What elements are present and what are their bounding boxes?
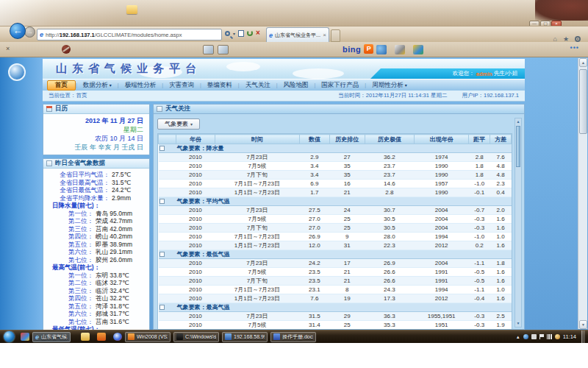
table-row[interactable]: 20101月1日～7月23日12.03122.320120.21.6 <box>159 241 512 250</box>
table-row[interactable]: 20107月5候31.42535.31951-0.31.9 <box>159 321 512 330</box>
rank-value[interactable]: 即墨 38.9mm <box>93 241 132 249</box>
explorer-folder-icon[interactable] <box>81 333 90 341</box>
element-filter-button[interactable]: 气象要素 ▾ <box>157 118 200 130</box>
rank-value[interactable]: 菏泽 31.8℃ <box>93 302 129 311</box>
table-row[interactable]: 20107月5候23.52126.61991-0.51.6 <box>159 268 512 277</box>
bing-rewards-icon[interactable]: P <box>364 44 373 54</box>
taskbar-ie-button[interactable]: e 山东省气候... <box>32 332 71 342</box>
app-icon[interactable] <box>97 333 106 341</box>
panel-scrollbar[interactable]: ▲ ▼ <box>514 118 522 328</box>
table-row[interactable]: 20107月1日～7月23日23.1824.31994-1.11.0 <box>159 286 512 294</box>
table-row[interactable]: 20107月23日24.21726.92004-1.11.8 <box>159 259 512 268</box>
media-player-icon[interactable] <box>113 333 122 341</box>
group-checkbox[interactable] <box>159 199 165 204</box>
scroll-up-icon[interactable]: ▲ <box>579 58 587 67</box>
network-icon[interactable] <box>547 334 552 339</box>
addon-card-icon[interactable] <box>203 45 214 54</box>
column-header[interactable]: 历史极值 <box>365 135 414 144</box>
quicklaunch-icon[interactable] <box>21 333 29 341</box>
toolbar-overflow-icon[interactable]: ••• <box>570 44 579 52</box>
group-row[interactable]: 气象要素：平均气温 <box>159 197 512 206</box>
screenshot-tool-icon[interactable] <box>395 45 405 54</box>
command-bar-close-icon[interactable]: × <box>6 45 10 52</box>
addon-card-icon[interactable] <box>218 45 229 54</box>
table-row[interactable]: 20107月下旬23.52126.61991-0.51.6 <box>159 277 512 286</box>
rank-value[interactable]: 莒南 31.6℃ <box>93 318 129 326</box>
search-dropdown-icon[interactable]: ▾ <box>233 31 235 36</box>
column-header[interactable]: 出现年份 <box>414 135 468 144</box>
tab-close-icon[interactable]: × <box>323 32 326 38</box>
rank-value[interactable]: 莒南 42.0mm <box>93 225 132 233</box>
start-button[interactable] <box>4 331 15 342</box>
table-row[interactable]: 20107月23日31.52936.31955,1951-0.32.5 <box>159 312 512 321</box>
group-row[interactable]: 气象要素：降水量 <box>159 144 512 153</box>
group-checkbox[interactable] <box>159 252 165 257</box>
taskbar-button-vm-window[interactable]: Win2008 (VS2... <box>125 332 171 342</box>
new-tab-button[interactable] <box>331 29 340 42</box>
share-tool-icon[interactable] <box>413 45 423 54</box>
browser-tab[interactable]: e 山东省气候业务平... × <box>266 27 329 43</box>
scroll-down-icon[interactable]: ▼ <box>579 320 587 329</box>
show-desktop-button[interactable] <box>581 330 585 344</box>
nav-item-disaster-query[interactable]: 灾害查询 <box>163 80 200 91</box>
gallery-icon[interactable] <box>376 45 387 54</box>
scrollbar-thumb[interactable] <box>579 69 587 134</box>
column-header[interactable]: 数值 <box>299 135 329 144</box>
nav-item-weather-watch[interactable]: 天气关注 <box>240 80 276 91</box>
tools-gear-icon[interactable] <box>575 36 581 42</box>
scroll-up-icon[interactable]: ▲ <box>515 118 521 125</box>
hidden-icons-chevron[interactable]: ▲ <box>516 335 520 339</box>
column-header[interactable]: 年份 <box>176 135 215 144</box>
rank-value[interactable]: 崂山 40.2mm <box>93 233 132 241</box>
blocked-content-icon[interactable] <box>62 45 71 54</box>
rank-value[interactable]: 青岛 95.0mm <box>93 210 132 218</box>
rank-value[interactable]: 东明 33.8℃ <box>93 272 129 280</box>
compatibility-view-icon[interactable] <box>238 30 244 37</box>
nav-item-national-products[interactable]: 国家下行产品 <box>315 80 365 91</box>
table-row[interactable]: 20107月下旬27.02530.52004-0.31.6 <box>159 224 512 233</box>
rank-value[interactable]: 苍山 32.2℃ <box>93 294 129 302</box>
search-icon[interactable] <box>225 31 230 36</box>
column-header[interactable]: 距平 <box>469 135 490 144</box>
table-row[interactable]: 20107月1日～7月23日6.91614.61957-1.02.3 <box>159 180 512 188</box>
column-header[interactable]: 历史排位 <box>329 135 365 144</box>
table-row[interactable]: 20101月1日～7月23日1.7212.81990-0.10.4 <box>159 188 512 197</box>
stop-icon[interactable]: × <box>256 29 260 37</box>
desktop-shortcut-icon[interactable] <box>126 5 137 14</box>
rank-value[interactable]: 胶州 26.0mm <box>93 256 132 264</box>
tray-ie-icon[interactable] <box>523 334 528 339</box>
rank-value[interactable]: 乳山 29.1mm <box>93 248 132 256</box>
rank-value[interactable]: 临沭 32.7℃ <box>93 279 129 287</box>
nav-item-compiled-data[interactable]: 整编资料 <box>201 80 238 91</box>
table-row[interactable]: 20101月1日～7月23日7.61917.32012-0.41.6 <box>159 294 512 303</box>
address-bar[interactable]: e http://192.168.137.1/GLCCLIMATE/module… <box>37 29 222 40</box>
taskbar-button-word-doc[interactable]: 操作手册.docx ... <box>270 332 316 342</box>
nav-item-data-analysis[interactable]: 数据分析▾ <box>77 80 118 91</box>
group-row[interactable]: 气象要素：最低气温 <box>159 250 512 259</box>
forward-button[interactable]: → <box>24 26 35 38</box>
taskbar-clock[interactable]: 11:14 <box>563 333 576 340</box>
table-row[interactable]: 20107月23日2.92736.219742.87.6 <box>159 153 512 162</box>
group-checkbox[interactable] <box>159 305 165 310</box>
column-header[interactable]: 方差 <box>490 135 512 144</box>
window-scrollbar[interactable]: ▲ ▼ <box>578 58 587 329</box>
column-header[interactable]: 时间 <box>215 135 299 144</box>
nav-item-home[interactable]: 首页 <box>47 80 76 91</box>
nav-item-periodic-analysis[interactable]: 周期性分析▾ <box>366 80 413 91</box>
rank-value[interactable]: 荣成 42.7mm <box>93 217 132 225</box>
rank-value[interactable]: 临沂 32.4℃ <box>93 287 129 295</box>
scroll-down-icon[interactable]: ▼ <box>515 320 521 327</box>
group-row[interactable]: 气象要素：最高气温 <box>159 303 512 312</box>
volume-icon[interactable] <box>555 334 560 339</box>
rank-value[interactable]: 郯城 31.7℃ <box>93 310 129 318</box>
table-row[interactable]: 20107月5候3.43523.719901.84.8 <box>159 162 512 171</box>
action-center-flag-icon[interactable] <box>539 334 544 339</box>
nav-item-extreme-analysis[interactable]: 极端性分析 <box>119 80 162 91</box>
group-checkbox[interactable] <box>159 146 165 151</box>
table-row[interactable]: 20107月1日～7月23日26.9928.01994-1.01.0 <box>159 233 512 241</box>
table-row[interactable]: 20107月下旬3.43523.719901.84.8 <box>159 171 512 180</box>
scrollbar-thumb[interactable] <box>516 126 520 167</box>
taskbar-button-remote-window[interactable]: 192.168.58.99... <box>222 332 268 342</box>
table-row[interactable]: 20107月5候27.02530.52004-0.31.6 <box>159 215 512 224</box>
nav-item-risk-map[interactable]: 风险地图 <box>277 80 314 91</box>
